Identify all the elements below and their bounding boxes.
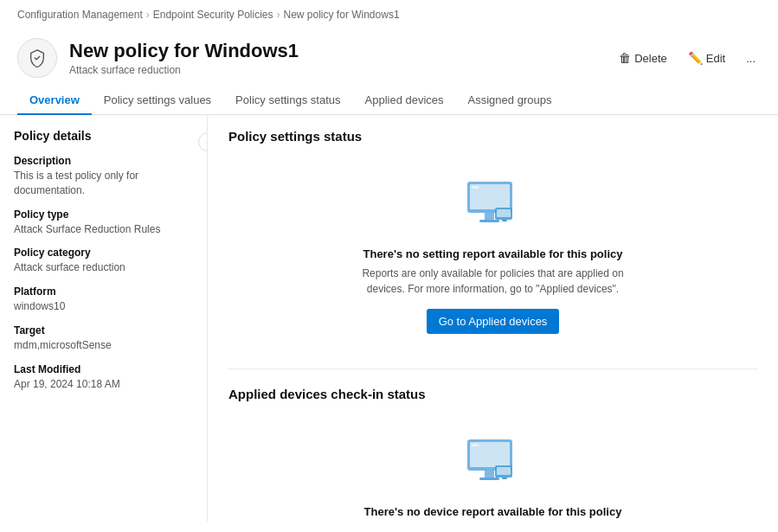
breadcrumb: Configuration Management › Endpoint Secu… (0, 0, 778, 29)
more-label: ... (746, 52, 755, 65)
applied-devices-empty-state: There's no device report available for t… (320, 415, 666, 522)
svg-rect-10 (485, 471, 494, 478)
tab-policy-settings-status[interactable]: Policy settings status (223, 87, 352, 115)
applied-devices-checkin-title: Applied devices check-in status (228, 387, 757, 401)
detail-value-description: This is a test policy only for documenta… (14, 169, 193, 198)
detail-value-policy-type: Attack Surface Reduction Rules (14, 222, 193, 237)
svg-rect-12 (472, 444, 479, 446)
monitor-illustration-2 (459, 433, 528, 493)
tab-assigned-groups[interactable]: Assigned groups (456, 87, 564, 115)
detail-label-description: Description (14, 155, 193, 167)
detail-description: Description This is a test policy only f… (14, 155, 193, 198)
policy-settings-empty-title: There's no setting report available for … (363, 247, 623, 260)
go-to-applied-devices-button[interactable]: Go to Applied devices (427, 309, 560, 334)
section-divider (228, 369, 757, 369)
breadcrumb-item-2[interactable]: Endpoint Security Policies (153, 9, 273, 21)
svg-rect-7 (502, 220, 507, 221)
breadcrumb-sep-2: › (277, 9, 280, 21)
more-button[interactable]: ... (741, 48, 761, 68)
detail-platform: Platform windows10 (14, 285, 193, 314)
sidebar-title: Policy details (14, 129, 193, 143)
svg-rect-11 (479, 478, 499, 480)
header-actions: 🗑 Delete ✏️ Edit ... (614, 48, 761, 68)
breadcrumb-sep-1: › (146, 9, 150, 21)
policy-settings-status-title: Policy settings status (228, 129, 757, 144)
svg-rect-14 (497, 467, 511, 475)
breadcrumb-item-1[interactable]: Configuration Management (17, 9, 143, 21)
edit-label: Edit (706, 52, 725, 65)
svg-rect-15 (502, 478, 507, 479)
tab-overview[interactable]: Overview (17, 87, 92, 115)
sidebar: ‹ Policy details Description This is a t… (0, 115, 208, 522)
main-panel: Policy settings status (208, 115, 778, 522)
detail-last-modified: Last Modified Apr 19, 2024 10:18 AM (14, 363, 193, 392)
detail-value-target: mdm,microsoftSense (14, 338, 193, 353)
edit-icon: ✏️ (688, 51, 703, 65)
page-title: New policy for Windows1 (69, 40, 299, 62)
page-header: New policy for Windows1 Attack surface r… (0, 29, 778, 83)
header-left: New policy for Windows1 Attack surface r… (17, 38, 299, 78)
breadcrumb-item-3: New policy for Windows1 (284, 9, 400, 21)
edit-button[interactable]: ✏️ Edit (683, 48, 730, 68)
detail-policy-type: Policy type Attack Surface Reduction Rul… (14, 208, 193, 237)
monitor-illustration (459, 175, 528, 235)
svg-rect-4 (472, 186, 479, 189)
policy-settings-empty-desc: Reports are only available for policies … (355, 266, 632, 297)
page-subtitle: Attack surface reduction (69, 64, 299, 76)
detail-value-policy-category: Attack surface reduction (14, 260, 193, 275)
delete-icon: 🗑 (619, 51, 631, 65)
detail-target: Target mdm,microsoftSense (14, 324, 193, 353)
svg-rect-2 (485, 213, 494, 220)
header-title-block: New policy for Windows1 Attack surface r… (69, 40, 299, 76)
detail-label-policy-type: Policy type (14, 208, 193, 221)
detail-value-platform: windows10 (14, 299, 193, 314)
detail-value-last-modified: Apr 19, 2024 10:18 AM (14, 377, 193, 392)
detail-label-target: Target (14, 324, 193, 337)
tab-policy-settings-values[interactable]: Policy settings values (92, 87, 223, 115)
detail-label-platform: Platform (14, 285, 193, 298)
policy-settings-empty-state: There's no setting report available for … (320, 157, 666, 351)
detail-policy-category: Policy category Attack surface reduction (14, 247, 193, 275)
detail-label-policy-category: Policy category (14, 247, 193, 259)
detail-label-last-modified: Last Modified (14, 363, 193, 375)
delete-label: Delete (634, 52, 667, 65)
svg-rect-6 (497, 209, 511, 217)
applied-devices-empty-title: There's no device report available for t… (364, 505, 622, 518)
svg-rect-3 (479, 220, 499, 222)
sidebar-collapse-button[interactable]: ‹ (198, 132, 208, 151)
tab-bar: Overview Policy settings values Policy s… (0, 87, 778, 115)
policy-icon (17, 38, 57, 78)
content-area: ‹ Policy details Description This is a t… (0, 115, 778, 522)
tab-applied-devices[interactable]: Applied devices (353, 87, 456, 115)
delete-button[interactable]: 🗑 Delete (614, 48, 672, 68)
